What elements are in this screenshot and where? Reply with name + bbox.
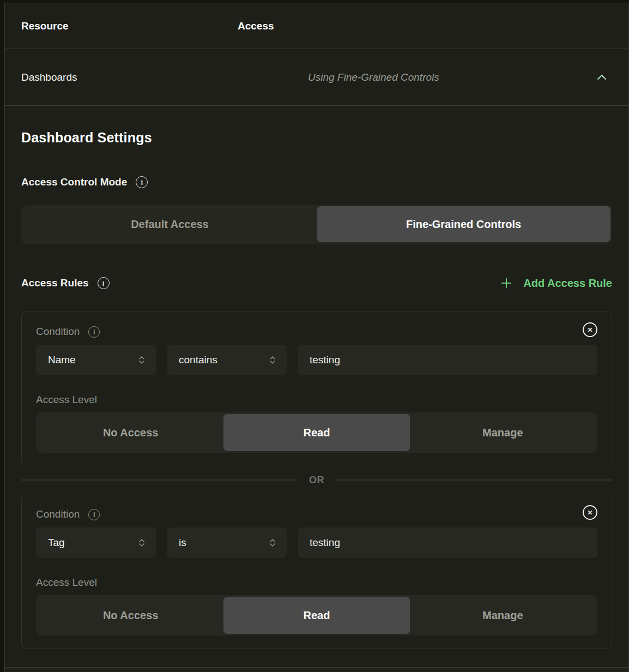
level-option-no-access[interactable]: No Access xyxy=(38,597,223,634)
info-icon[interactable]: i xyxy=(88,509,100,520)
info-icon[interactable]: i xyxy=(98,277,110,289)
info-icon[interactable]: i xyxy=(136,176,148,188)
condition-field-select[interactable]: Tag xyxy=(36,527,156,558)
condition-value-input[interactable] xyxy=(298,527,597,558)
select-chevrons-icon xyxy=(137,355,146,365)
condition-inputs-row: Name contains xyxy=(36,345,597,375)
table-header-row: Resource Access xyxy=(5,3,628,49)
add-access-rule-button[interactable]: Add Access Rule xyxy=(500,277,612,290)
condition-operator-value: contains xyxy=(179,354,217,366)
access-settings-panel: Resource Access Dashboards Using Fine-Gr… xyxy=(4,3,629,672)
access-rules-label-group: Access Rules i xyxy=(21,277,110,289)
mode-option-default-access[interactable]: Default Access xyxy=(23,206,317,242)
access-control-mode-toggle: Default Access Fine-Grained Controls xyxy=(21,205,612,244)
settings-title: Dashboard Settings xyxy=(21,129,612,146)
resource-name: Dashboards xyxy=(21,71,238,83)
select-chevrons-icon xyxy=(268,538,277,548)
access-rule-card: Condition i ✕ Tag xyxy=(21,494,612,649)
remove-rule-button[interactable]: ✕ xyxy=(583,322,597,337)
condition-inputs-row: Tag is xyxy=(36,527,597,558)
plus-icon xyxy=(500,277,513,290)
level-option-no-access[interactable]: No Access xyxy=(38,414,223,451)
access-level-label: Access Level xyxy=(36,393,597,407)
select-chevrons-icon xyxy=(268,355,277,365)
condition-label-group: Condition i xyxy=(36,325,100,339)
access-control-mode-label: Access Control Mode xyxy=(21,176,127,188)
access-rule-card: Condition i ✕ Name xyxy=(21,311,612,466)
mode-option-fine-grained[interactable]: Fine-Grained Controls xyxy=(317,206,610,242)
access-rules-header: Access Rules i Add Access Rule xyxy=(21,275,612,291)
access-level-toggle: No Access Read Manage xyxy=(36,595,597,635)
access-rules-label: Access Rules xyxy=(21,277,89,289)
condition-label: Condition xyxy=(36,507,80,521)
level-option-manage[interactable]: Manage xyxy=(410,414,596,451)
resource-row-dashboards[interactable]: Dashboards Using Fine-Grained Controls xyxy=(5,49,628,106)
close-icon: ✕ xyxy=(587,509,592,516)
column-header-resource: Resource xyxy=(21,20,238,32)
rule-card-header: Condition i ✕ xyxy=(36,325,597,339)
condition-field-select[interactable]: Name xyxy=(36,345,156,375)
condition-field-value: Name xyxy=(48,354,76,366)
level-option-manage[interactable]: Manage xyxy=(410,597,596,634)
access-summary: Using Fine-Grained Controls xyxy=(238,71,595,83)
remove-rule-button[interactable]: ✕ xyxy=(583,505,597,520)
access-level-toggle: No Access Read Manage xyxy=(36,412,597,453)
add-access-rule-label: Add Access Rule xyxy=(523,277,612,290)
condition-operator-select[interactable]: contains xyxy=(167,345,287,375)
chevron-up-icon[interactable] xyxy=(595,70,609,85)
divider-line xyxy=(21,479,297,481)
condition-field-value: Tag xyxy=(48,537,65,549)
condition-label-group: Condition i xyxy=(36,507,100,521)
condition-operator-value: is xyxy=(179,537,186,549)
divider-line xyxy=(336,479,612,481)
condition-value-input[interactable] xyxy=(298,345,597,375)
or-label: OR xyxy=(309,475,324,486)
dashboard-settings-section: Dashboard Settings Access Control Mode i… xyxy=(5,129,628,649)
level-option-read[interactable]: Read xyxy=(223,597,409,634)
or-divider: OR xyxy=(21,473,612,487)
info-icon[interactable]: i xyxy=(88,326,100,338)
close-icon: ✕ xyxy=(587,327,592,333)
condition-operator-select[interactable]: is xyxy=(167,527,287,558)
select-chevrons-icon xyxy=(137,538,146,548)
access-level-label: Access Level xyxy=(36,575,597,590)
column-header-access: Access xyxy=(238,20,274,32)
level-option-read[interactable]: Read xyxy=(223,414,409,451)
condition-label: Condition xyxy=(36,325,80,339)
rule-card-header: Condition i ✕ xyxy=(36,507,597,521)
next-row-divider xyxy=(5,667,628,672)
access-control-mode-row: Access Control Mode i xyxy=(21,175,612,189)
